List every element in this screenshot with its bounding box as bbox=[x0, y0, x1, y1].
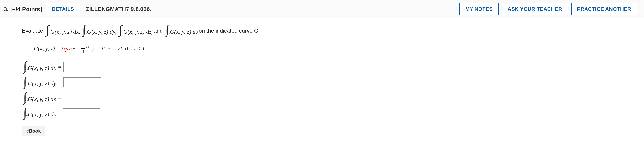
question-content: Evaluate ∫ C G(x, y, z) dx, ∫ C G(x, y, … bbox=[0, 18, 644, 144]
answer-input-dx[interactable] bbox=[64, 62, 101, 72]
integral-dx: ∫ C G(x, y, z) dx, bbox=[45, 25, 80, 36]
highlighted-term: 2xyz bbox=[60, 44, 71, 53]
answer-input-ds[interactable] bbox=[63, 109, 100, 118]
fraction: 1 3 bbox=[81, 43, 85, 54]
question-header: 3. [–/4 Points] DETAILS ZILLENGMATH7 9.8… bbox=[0, 0, 644, 18]
question-number: 3. [–/4 Points] bbox=[4, 6, 42, 13]
answer-lhs: ∫CG(x, y, z) dy= bbox=[22, 77, 64, 88]
definition-line: G(x, y, z) = 2xyz ; x = 1 3 t3 , y = t2 … bbox=[34, 43, 632, 54]
integral-dz: ∫ C G(x, y, z) dz, bbox=[118, 25, 153, 36]
prompt-tail: on the indicated curve C. bbox=[199, 27, 260, 35]
practice-another-button[interactable]: PRACTICE ANOTHER bbox=[571, 3, 637, 15]
answer-lhs: ∫CG(x, y, z) dz= bbox=[22, 93, 63, 103]
my-notes-button[interactable]: MY NOTES bbox=[459, 3, 498, 15]
and-label: and bbox=[154, 27, 163, 35]
ask-teacher-button[interactable]: ASK YOUR TEACHER bbox=[502, 3, 568, 15]
answer-lhs: ∫CG(x, y, z) dx= bbox=[22, 62, 64, 72]
answer-input-dz[interactable] bbox=[63, 93, 100, 103]
details-button[interactable]: DETAILS bbox=[46, 3, 80, 15]
answer-lhs: ∫CG(x, y, z) ds= bbox=[22, 108, 63, 119]
answer-row: ∫CG(x, y, z) dy= bbox=[22, 77, 632, 88]
source-code: ZILLENGMATH7 9.8.006. bbox=[86, 6, 152, 13]
answers-block: ∫CG(x, y, z) dx=∫CG(x, y, z) dy=∫CG(x, y… bbox=[22, 62, 632, 119]
ebook-button[interactable]: eBook bbox=[22, 126, 45, 136]
answer-input-dy[interactable] bbox=[64, 77, 101, 87]
integral-dy: ∫ C G(x, y, z) dy, bbox=[82, 25, 116, 36]
prompt-line: Evaluate ∫ C G(x, y, z) dx, ∫ C G(x, y, … bbox=[22, 25, 632, 36]
evaluate-label: Evaluate bbox=[22, 27, 43, 35]
answer-row: ∫CG(x, y, z) dz= bbox=[22, 93, 632, 103]
answer-row: ∫CG(x, y, z) ds= bbox=[22, 108, 632, 119]
question-container: 3. [–/4 Points] DETAILS ZILLENGMATH7 9.8… bbox=[0, 0, 644, 144]
answer-row: ∫CG(x, y, z) dx= bbox=[22, 62, 632, 72]
integral-ds: ∫ C G(x, y, z) ds bbox=[165, 25, 198, 36]
